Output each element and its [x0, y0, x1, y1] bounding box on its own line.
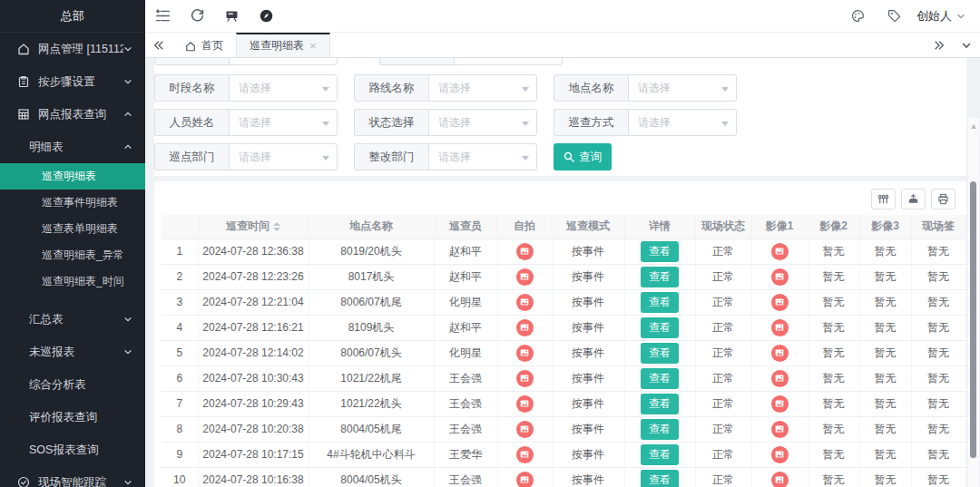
cell-detail: 查看 — [624, 264, 695, 289]
print-icon[interactable] — [931, 189, 956, 209]
photo-thumbnail-icon[interactable] — [771, 294, 789, 311]
view-detail-button[interactable]: 查看 — [641, 368, 679, 389]
view-detail-button[interactable]: 查看 — [641, 394, 679, 414]
cell-selfie — [497, 391, 552, 416]
tab-home[interactable]: 首页 — [172, 33, 236, 57]
sidebar-item-label: 未巡报表 — [29, 345, 123, 360]
photo-thumbnail-icon[interactable] — [516, 370, 534, 387]
filter-select[interactable]: 请选择 — [229, 74, 338, 102]
sidebar-item-网点报表查询[interactable]: 网点报表查询 — [0, 98, 145, 131]
photo-thumbnail-icon[interactable] — [516, 319, 534, 336]
main-area: 创始人 首页 巡查明细表 × — [145, 0, 980, 487]
cell-selfie — [497, 289, 552, 315]
palette-icon[interactable] — [844, 0, 871, 33]
sidebar-item-现场智能跟踪[interactable]: 现场智能跟踪 — [0, 466, 145, 487]
tabs-scroll-right-icon[interactable] — [926, 33, 953, 57]
filter-group-巡查方式: 巡查方式 请选择 — [554, 109, 737, 136]
sidebar-item-评价报表查询[interactable]: 评价报表查询 — [0, 401, 145, 433]
photo-thumbnail-icon[interactable] — [516, 294, 534, 311]
photo-thumbnail-icon[interactable] — [516, 243, 534, 260]
filter-select[interactable]: 请选择 — [628, 109, 737, 136]
cell-index: 4 — [162, 315, 198, 340]
table-toolbar — [871, 189, 956, 209]
user-menu[interactable]: 创始人 — [916, 8, 965, 24]
column-settings-icon[interactable] — [871, 189, 896, 209]
view-detail-button[interactable]: 查看 — [641, 343, 679, 364]
filter-select[interactable]: 请选择 — [229, 143, 338, 170]
photo-thumbnail-icon[interactable] — [771, 345, 789, 362]
photo-thumbnail-icon[interactable] — [771, 472, 789, 487]
photo-thumbnail-icon[interactable] — [516, 268, 534, 286]
photo-thumbnail-icon[interactable] — [771, 370, 789, 387]
sidebar-item-巡查明细表[interactable]: 巡查明细表 — [0, 163, 145, 190]
select-placeholder: 请选择 — [438, 115, 471, 131]
scroll-up-icon[interactable]: ▲ — [969, 122, 978, 131]
view-detail-button[interactable]: 查看 — [641, 241, 679, 262]
col-header[interactable]: 巡查时间 — [198, 215, 309, 239]
filter-select[interactable]: 请选择 — [428, 143, 537, 170]
photo-thumbnail-icon[interactable] — [771, 421, 789, 438]
table-header-row: 巡查时间地点名称巡查员自拍巡查模式详情现场状态影像1影像2影像3现场签 — [162, 215, 965, 239]
photo-thumbnail-icon[interactable] — [516, 421, 534, 438]
photo-thumbnail-icon[interactable] — [771, 446, 789, 463]
view-detail-button[interactable]: 查看 — [641, 317, 679, 338]
tab-close-icon[interactable]: × — [309, 40, 317, 52]
scrollbar-thumb[interactable] — [970, 181, 976, 458]
cell-place: 8017机头 — [309, 264, 434, 289]
photo-thumbnail-icon[interactable] — [516, 472, 534, 487]
export-icon[interactable] — [901, 189, 926, 209]
cell-image2: 暂无 — [808, 391, 859, 416]
view-detail-button[interactable]: 查看 — [641, 419, 679, 440]
compass-icon[interactable] — [249, 0, 283, 33]
view-detail-button[interactable]: 查看 — [641, 292, 679, 313]
photo-thumbnail-icon[interactable] — [771, 319, 789, 336]
sidebar-item-综合分析表[interactable]: 综合分析表 — [0, 368, 145, 401]
table-row: 102024-07-28 10:16:388004/05机头王会强按事件查看正常… — [162, 467, 965, 487]
sidebar-item-按步骤设置[interactable]: 按步骤设置 — [0, 65, 145, 98]
chevron-down-icon — [123, 478, 132, 487]
cell-index: 1 — [162, 239, 198, 264]
filter-group — [154, 58, 338, 65]
select-placeholder: 请选择 — [638, 81, 671, 96]
photo-thumbnail-icon[interactable] — [516, 395, 534, 413]
vertical-scrollbar[interactable]: ▲ ▼ — [968, 118, 979, 487]
filter-select[interactable]: 请选择 — [428, 74, 537, 102]
search-button[interactable]: 查询 — [554, 143, 612, 170]
photo-thumbnail-icon[interactable] — [516, 446, 534, 463]
photo-thumbnail-icon[interactable] — [516, 345, 534, 362]
sidebar-item-明细表[interactable]: 明细表 — [0, 131, 145, 163]
tag-icon[interactable] — [880, 0, 907, 33]
sidebar-item-汇总表[interactable]: 汇总表 — [0, 303, 145, 336]
cell-image2: 暂无 — [808, 416, 859, 442]
cell-image2: 暂无 — [808, 340, 859, 365]
col-header: 巡查模式 — [552, 215, 624, 239]
tabs-menu-icon[interactable] — [953, 33, 980, 57]
filter-label: 路线名称 — [354, 74, 428, 102]
sort-icon[interactable] — [273, 222, 280, 231]
photo-thumbnail-icon[interactable] — [771, 395, 789, 413]
collapse-sidebar-icon[interactable] — [145, 0, 180, 33]
sidebar-item-SOS报表查询[interactable]: SOS报表查询 — [0, 433, 145, 466]
refresh-icon[interactable] — [180, 0, 214, 33]
filter-select[interactable]: 请选择 — [428, 109, 537, 136]
sidebar-item-巡查明细表_异常[interactable]: 巡查明细表_异常 — [0, 242, 145, 268]
sidebar-item-巡查明细表_时间[interactable]: 巡查明细表_时间 — [0, 268, 145, 295]
sidebar-item-巡查事件明细表[interactable]: 巡查事件明细表 — [0, 190, 145, 216]
filter-row: 时段名称 请选择路线名称 请选择地点名称 请选择 — [154, 74, 753, 102]
sidebar-item-巡查表单明细表[interactable]: 巡查表单明细表 — [0, 216, 145, 242]
photo-thumbnail-icon[interactable] — [771, 268, 789, 286]
view-detail-button[interactable]: 查看 — [641, 470, 679, 487]
photo-thumbnail-icon[interactable] — [771, 243, 789, 260]
filter-select[interactable]: 请选择 — [628, 74, 737, 102]
sidebar-item-网点管理 [1151120][interactable]: 网点管理 [1151120] — [0, 33, 145, 65]
tab-inspection-detail[interactable]: 巡查明细表 × — [236, 33, 330, 57]
filter-group-状态选择: 状态选择 请选择 — [354, 109, 537, 136]
chevron-down-icon — [322, 122, 329, 126]
cell-person: 赵和平 — [434, 264, 497, 289]
view-detail-button[interactable]: 查看 — [641, 267, 679, 287]
tabs-scroll-left-icon[interactable] — [145, 33, 172, 57]
sidebar-item-未巡报表[interactable]: 未巡报表 — [0, 336, 145, 368]
screen-icon[interactable] — [214, 0, 249, 33]
filter-select[interactable]: 请选择 — [229, 109, 338, 136]
view-detail-button[interactable]: 查看 — [641, 444, 679, 465]
